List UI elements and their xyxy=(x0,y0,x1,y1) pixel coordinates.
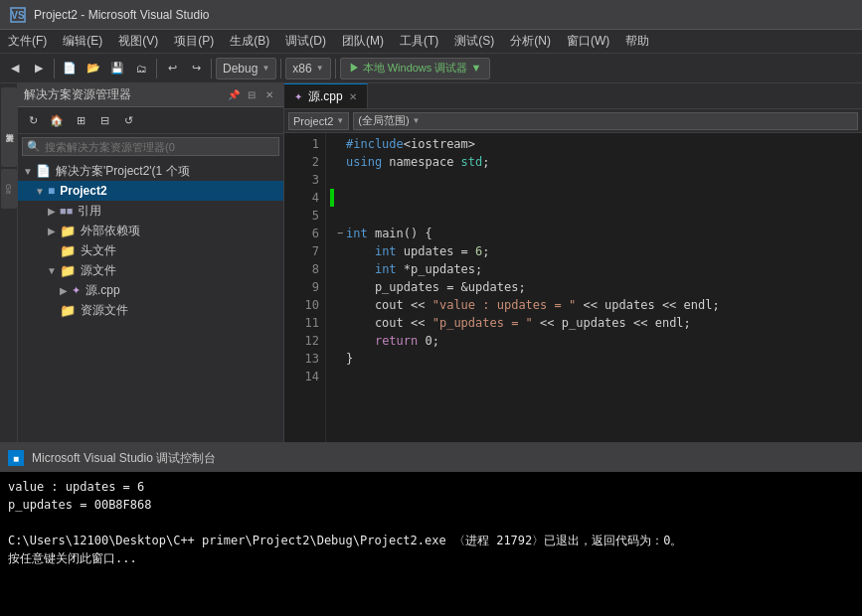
project-label: Project2 xyxy=(60,184,106,198)
solution-icon: 📄 xyxy=(36,164,51,178)
platform-label: x86 xyxy=(292,62,311,76)
debug-config-dropdown[interactable]: Debug ▼ xyxy=(216,58,276,79)
menu-help[interactable]: 帮助 xyxy=(617,30,657,53)
se-refresh-btn[interactable]: ↺ xyxy=(117,109,139,131)
se-expand-btn[interactable]: ⊟ xyxy=(244,87,259,103)
vs-logo: VS xyxy=(8,5,28,25)
code-line-8: int *p_updates; xyxy=(334,260,862,278)
se-search-input[interactable] xyxy=(45,141,204,153)
menu-window[interactable]: 窗口(W) xyxy=(559,30,617,53)
strip-explorer-btn[interactable]: 解决方案 xyxy=(1,87,17,167)
tab-close-btn[interactable]: ✕ xyxy=(349,91,357,102)
console-panel: ■ Microsoft Visual Studio 调试控制台 value : … xyxy=(0,442,862,616)
run-label: ▶ 本地 Windows 调试器 ▼ xyxy=(349,61,482,76)
menu-team[interactable]: 团队(M) xyxy=(334,30,392,53)
menu-project[interactable]: 项目(P) xyxy=(166,30,222,53)
menu-build[interactable]: 生成(B) xyxy=(222,30,277,53)
tree-expand-project[interactable]: ▼ xyxy=(34,186,46,197)
se-filter-btn[interactable]: ⊞ xyxy=(70,109,91,131)
src-folder-label: 源文件 xyxy=(81,262,116,279)
toolbar-redo-btn[interactable]: ↪ xyxy=(185,58,207,79)
menu-tools[interactable]: 工具(T) xyxy=(392,30,446,53)
nav-scope-dropdown[interactable]: (全局范围) ▼ xyxy=(353,112,858,130)
debug-config-arrow: ▼ xyxy=(261,64,269,73)
toolbar-open-btn[interactable]: 📂 xyxy=(83,58,104,79)
tab-label: 源.cpp xyxy=(308,88,343,105)
platform-arrow: ▼ xyxy=(316,64,324,73)
ref-icon: ■■ xyxy=(60,205,73,217)
console-line-4: C:\Users\12100\Desktop\C++ primer\Projec… xyxy=(8,532,854,549)
code-line-9: p_updates = &updates; xyxy=(334,278,862,296)
tree-expand-ref[interactable]: ▶ xyxy=(46,206,58,217)
console-line-3 xyxy=(8,514,854,532)
toolbar-forward-btn[interactable]: ▶ xyxy=(28,58,50,79)
console-title: Microsoft Visual Studio 调试控制台 xyxy=(32,450,216,467)
tree-project[interactable]: ▼ ■ Project2 xyxy=(18,181,283,201)
tab-source-cpp[interactable]: ✦ 源.cpp ✕ xyxy=(284,83,368,108)
res-icon: 📁 xyxy=(60,303,76,318)
search-icon: 🔍 xyxy=(27,140,41,153)
se-sync-btn[interactable]: ↻ xyxy=(22,109,44,131)
se-header: 解决方案资源管理器 📌 ⊟ ✕ xyxy=(18,83,283,107)
toolbar-save-btn[interactable]: 💾 xyxy=(106,58,128,79)
cpp-icon: ✦ xyxy=(72,284,81,297)
se-close-btn[interactable]: ✕ xyxy=(261,87,277,103)
strip-git-btn[interactable]: Git xyxy=(1,169,17,209)
se-pin-btn[interactable]: 📌 xyxy=(226,87,242,103)
tree-expand-src[interactable]: ▼ xyxy=(46,265,58,276)
code-line-2: using namespace std; xyxy=(334,153,862,171)
tree-external-deps[interactable]: ▶ 📁 外部依赖项 xyxy=(18,221,283,240)
tree-references[interactable]: ▶ ■■ 引用 xyxy=(18,201,283,221)
menu-edit[interactable]: 编辑(E) xyxy=(55,30,110,53)
toolbar-back-btn[interactable]: ◀ xyxy=(4,58,26,79)
tree-resources[interactable]: 📁 资源文件 xyxy=(18,300,283,320)
code-line-12: return 0; xyxy=(334,332,862,350)
menu-test[interactable]: 测试(S) xyxy=(446,30,502,53)
svg-text:VS: VS xyxy=(11,10,25,21)
toolbar-new-btn[interactable]: 📄 xyxy=(59,58,81,79)
platform-dropdown[interactable]: x86 ▼ xyxy=(285,58,330,79)
run-button[interactable]: ▶ 本地 Windows 调试器 ▼ xyxy=(340,58,491,79)
se-home-btn[interactable]: 🏠 xyxy=(46,109,68,131)
solution-label: 解决方案'Project2'(1 个项 xyxy=(56,163,190,180)
console-content[interactable]: value : updates = 6 p_updates = 00B8F868… xyxy=(0,472,862,616)
menu-analyze[interactable]: 分析(N) xyxy=(502,30,559,53)
headers-icon: 📁 xyxy=(60,243,76,258)
fold-6[interactable]: − xyxy=(334,225,346,242)
tree-expand-cpp[interactable]: ▶ xyxy=(58,285,70,296)
se-collapse-btn[interactable]: ⊟ xyxy=(93,109,115,131)
code-line-11: cout << "p_updates = " << p_updates << e… xyxy=(334,314,862,332)
code-line-14 xyxy=(334,368,862,385)
toolbar-sep-2 xyxy=(156,59,157,78)
title-bar: VS Project2 - Microsoft Visual Studio xyxy=(0,0,862,30)
toolbar: ◀ ▶ 📄 📂 💾 🗂 ↩ ↪ Debug ▼ x86 ▼ ▶ 本地 Windo… xyxy=(0,54,862,83)
se-controls: 📌 ⊟ ✕ xyxy=(226,87,277,103)
menu-debug[interactable]: 调试(D) xyxy=(277,30,334,53)
tree-expand-solution[interactable]: ▼ xyxy=(22,166,34,177)
console-line-5: 按任意键关闭此窗口... xyxy=(8,549,854,567)
tree-expand-ext[interactable]: ▶ xyxy=(46,226,58,236)
tree-solution[interactable]: ▼ 📄 解决方案'Project2'(1 个项 xyxy=(18,161,283,181)
toolbar-sep-1 xyxy=(54,59,55,78)
src-folder-icon: 📁 xyxy=(60,263,76,278)
toolbar-sep-3 xyxy=(211,59,212,78)
tree-source-cpp[interactable]: ▶ ✦ 源.cpp xyxy=(18,280,283,300)
menu-view[interactable]: 视图(V) xyxy=(110,30,166,53)
ref-label: 引用 xyxy=(78,203,101,220)
nav-project-dropdown[interactable]: Project2 ▼ xyxy=(288,112,349,130)
code-line-7: int updates = 6; xyxy=(334,242,862,260)
toolbar-save-all-btn[interactable]: 🗂 xyxy=(130,58,152,79)
tree-source-files[interactable]: ▼ 📁 源文件 xyxy=(18,260,283,280)
tree-headers[interactable]: 📁 头文件 xyxy=(18,240,283,260)
code-line-6: − int main() { xyxy=(334,225,862,242)
menu-file[interactable]: 文件(F) xyxy=(0,30,55,53)
nav-project-arrow: ▼ xyxy=(336,116,344,125)
ext-deps-label: 外部依赖项 xyxy=(81,223,140,239)
menu-bar: 文件(F) 编辑(E) 视图(V) 项目(P) 生成(B) 调试(D) 团队(M… xyxy=(0,30,862,54)
code-line-13: } xyxy=(334,350,862,368)
console-header: ■ Microsoft Visual Studio 调试控制台 xyxy=(0,444,862,472)
tab-icon: ✦ xyxy=(294,91,302,102)
toolbar-undo-btn[interactable]: ↩ xyxy=(161,58,183,79)
code-line-10: cout << "value : updates = " << updates … xyxy=(334,296,862,314)
debug-config-label: Debug xyxy=(223,62,258,76)
